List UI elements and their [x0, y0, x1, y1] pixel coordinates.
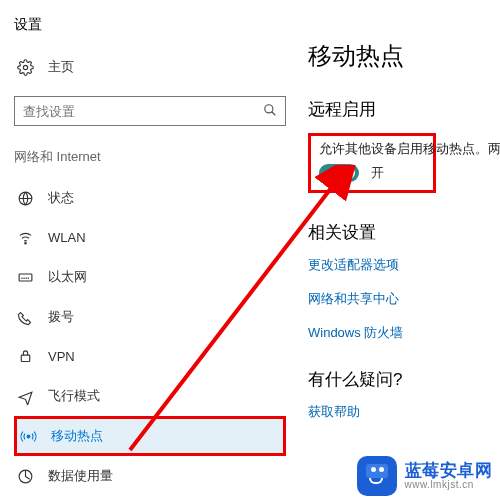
airplane-icon [16, 388, 34, 405]
svg-point-3 [24, 242, 25, 243]
sidebar-item-hotspot[interactable]: 移动热点 [14, 416, 286, 456]
watermark: 蓝莓安卓网 www.lmkjst.cn [357, 456, 493, 496]
remote-desc: 允许其他设备启用移动热点。两个 [319, 140, 425, 158]
watermark-url: www.lmkjst.cn [405, 480, 493, 491]
related-title: 相关设置 [308, 221, 500, 244]
toggle-highlight-box: 允许其他设备启用移动热点。两个 开 [308, 133, 436, 193]
sidebar-item-label: 状态 [48, 189, 74, 207]
watermark-title: 蓝莓安卓网 [405, 462, 493, 480]
sidebar-item-label: 飞行模式 [48, 387, 100, 405]
sidebar-item-ethernet[interactable]: 以太网 [14, 257, 286, 297]
svg-point-6 [27, 435, 30, 438]
help-title: 有什么疑问? [308, 368, 500, 391]
sidebar-item-wlan[interactable]: WLAN [14, 218, 286, 257]
toggle-state-label: 开 [371, 164, 384, 182]
search-icon [263, 103, 277, 120]
search-box[interactable] [14, 96, 286, 126]
sidebar-item-label: VPN [48, 349, 75, 364]
sidebar-item-label: WLAN [48, 230, 86, 245]
search-input[interactable] [23, 104, 263, 119]
section-label: 网络和 Internet [14, 148, 286, 166]
home-row[interactable]: 主页 [14, 52, 286, 82]
remote-toggle[interactable] [319, 164, 359, 182]
data-icon [16, 468, 34, 485]
svg-point-0 [23, 65, 27, 69]
left-pane: 设置 主页 网络和 Internet 状态 [0, 0, 300, 502]
link-adapter[interactable]: 更改适配器选项 [308, 256, 500, 274]
link-help[interactable]: 获取帮助 [308, 403, 500, 421]
svg-rect-4 [19, 273, 32, 280]
svg-rect-5 [21, 355, 30, 361]
svg-point-1 [265, 104, 273, 112]
vpn-icon [16, 348, 34, 365]
watermark-logo-icon [357, 456, 397, 496]
hotspot-icon [19, 428, 37, 445]
sidebar-item-label: 数据使用量 [48, 467, 113, 485]
link-firewall[interactable]: Windows 防火墙 [308, 324, 500, 342]
status-icon [16, 190, 34, 207]
sidebar-item-datausage[interactable]: 数据使用量 [14, 456, 286, 496]
dialup-icon [16, 309, 34, 326]
link-sharing[interactable]: 网络和共享中心 [308, 290, 500, 308]
sidebar-item-label: 移动热点 [51, 427, 103, 445]
page-title: 移动热点 [308, 40, 500, 72]
sidebar-item-label: 以太网 [48, 268, 87, 286]
ethernet-icon [16, 269, 34, 286]
sidebar-item-vpn[interactable]: VPN [14, 337, 286, 376]
gear-icon [16, 59, 34, 76]
remote-title: 远程启用 [308, 98, 500, 121]
window-title: 设置 [14, 16, 286, 34]
sidebar-item-label: 拨号 [48, 308, 74, 326]
right-pane: 移动热点 远程启用 允许其他设备启用移动热点。两个 开 相关设置 更改适配器选项… [300, 0, 500, 502]
sidebar-item-dialup[interactable]: 拨号 [14, 297, 286, 337]
sidebar-item-status[interactable]: 状态 [14, 178, 286, 218]
sidebar-item-airplane[interactable]: 飞行模式 [14, 376, 286, 416]
home-label: 主页 [48, 58, 74, 76]
wifi-icon [16, 229, 34, 246]
